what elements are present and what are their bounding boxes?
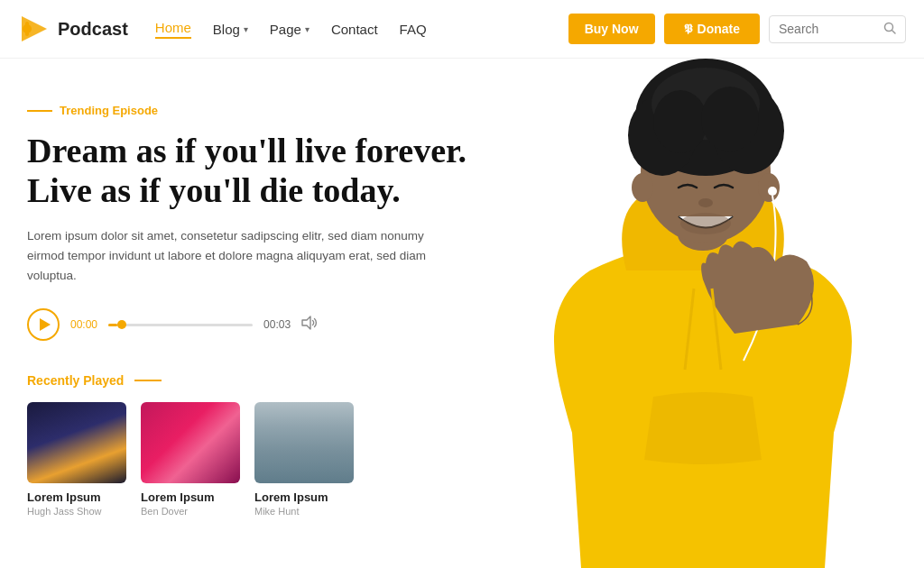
recently-played-line (134, 380, 162, 381)
card-title: Lorem Ipsum (27, 490, 126, 504)
nav-contact[interactable]: Contact (331, 22, 378, 37)
hero-content: Trending Episode Dream as if you'll live… (27, 95, 496, 550)
progress-bar[interactable] (108, 324, 253, 326)
trending-line (27, 110, 52, 112)
progress-dot (117, 320, 126, 329)
card-title: Lorem Ipsum (254, 490, 354, 504)
svg-point-17 (768, 187, 777, 196)
play-button[interactable] (27, 308, 60, 341)
person-illustration (482, 59, 924, 568)
hero-description: Lorem ipsum dolor sit amet, consetetur s… (27, 226, 442, 285)
paypal-icon: 𝕻 (684, 22, 692, 36)
podcast-card[interactable]: Lorem Ipsum Ben Dover (141, 402, 240, 517)
donate-button[interactable]: 𝕻 Donate (664, 14, 760, 44)
audio-player: 00:00 00:03 (27, 308, 496, 341)
hero-image (482, 59, 924, 568)
nav-blog[interactable]: Blog ▾ (213, 22, 248, 37)
svg-point-15 (632, 173, 653, 202)
chevron-down-icon: ▾ (305, 24, 310, 34)
card-title: Lorem Ipsum (141, 490, 240, 504)
time-end: 00:03 (263, 318, 291, 331)
svg-point-13 (653, 90, 707, 153)
podcast-card[interactable]: Lorem Ipsum Hugh Jass Show (27, 402, 126, 517)
brand-name: Podcast (58, 19, 128, 40)
trending-label: Trending Episode (27, 104, 496, 117)
nav-links: Home Blog ▾ Page ▾ Contact FAQ (155, 20, 559, 39)
nav-page[interactable]: Page ▾ (270, 22, 310, 37)
svg-point-18 (698, 198, 713, 207)
search-input[interactable] (779, 22, 878, 36)
card-thumbnail (141, 402, 240, 483)
volume-icon[interactable] (301, 316, 319, 334)
logo[interactable]: Podcast (18, 13, 128, 45)
play-icon (40, 318, 51, 331)
svg-point-16 (758, 173, 780, 202)
card-author: Ben Dover (141, 506, 240, 517)
recently-played-label: Recently Played (27, 373, 496, 388)
card-thumbnail (254, 402, 354, 483)
progress-fill (108, 324, 117, 326)
svg-point-14 (701, 87, 759, 151)
card-author: Mike Hunt (254, 506, 354, 517)
card-author: Hugh Jass Show (27, 506, 126, 517)
search-icon[interactable] (883, 22, 896, 37)
svg-marker-5 (302, 316, 310, 329)
hero-title: Dream as if you'll live forever. Live as… (27, 132, 496, 210)
nav-faq[interactable]: FAQ (400, 22, 427, 37)
card-thumbnail (27, 402, 126, 483)
podcast-card[interactable]: Lorem Ipsum Mike Hunt (254, 402, 354, 517)
buynow-button[interactable]: Buy Now (568, 14, 655, 44)
logo-icon (18, 13, 51, 45)
svg-rect-2 (25, 22, 29, 36)
nav-home[interactable]: Home (155, 20, 191, 39)
cards-row: Lorem Ipsum Hugh Jass Show Lorem Ipsum B… (27, 402, 496, 517)
search-box (769, 15, 906, 43)
svg-line-4 (892, 30, 896, 33)
hero-section: Trending Episode Dream as if you'll live… (0, 59, 924, 568)
navbar: Podcast Home Blog ▾ Page ▾ Contact FAQ B… (0, 0, 924, 59)
chevron-down-icon: ▾ (244, 24, 248, 34)
svg-point-19 (680, 213, 731, 234)
time-start: 00:00 (70, 318, 97, 331)
